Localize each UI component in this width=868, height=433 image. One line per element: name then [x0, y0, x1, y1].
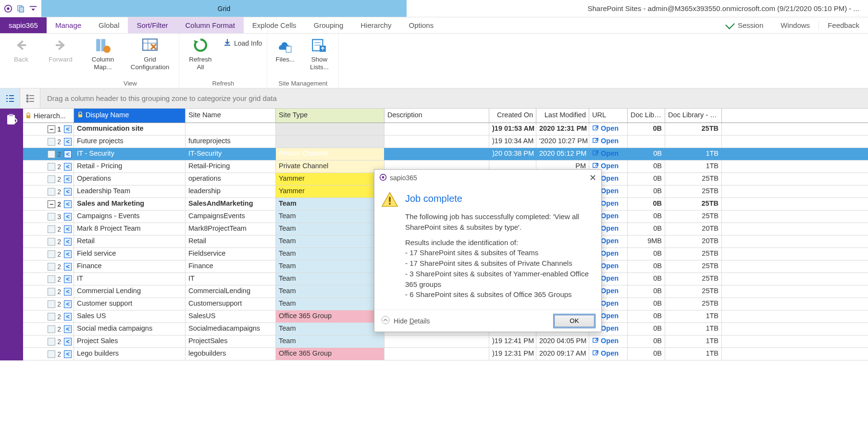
qat-copy-icon[interactable]	[16, 4, 25, 13]
dialog-heading: Job complete	[405, 192, 593, 206]
col-last-modified[interactable]: Last Modified	[536, 109, 589, 123]
cell-site-type: Team	[276, 260, 384, 272]
grouping-zone-hint[interactable]: Drag a column header to this grouping zo…	[40, 88, 868, 108]
refresh-all-button[interactable]: Refresh All	[184, 37, 217, 71]
cell-site-name: IT	[186, 273, 276, 285]
ribbon-group-view: Column Map... Grid Configuration View	[82, 34, 179, 88]
tab-session[interactable]: Session	[718, 17, 772, 33]
col-doc-library[interactable]: Doc Libr...	[628, 109, 665, 123]
open-link[interactable]: Open	[592, 149, 619, 157]
share-icon[interactable]: <	[64, 263, 72, 271]
forward-button[interactable]: Forward	[44, 37, 77, 63]
tree-cell: 2<	[23, 223, 74, 235]
col-url[interactable]: URL	[589, 109, 628, 123]
arrow-left-icon	[12, 37, 30, 54]
tree-cell: 2<	[23, 285, 74, 297]
col-created-on[interactable]: Created On	[489, 109, 536, 123]
share-icon[interactable]: <	[64, 225, 72, 233]
grouping-toggle-detailed[interactable]	[0, 88, 20, 108]
tab-hierarchy[interactable]: Hierarchy	[352, 17, 400, 33]
tab-options[interactable]: Options	[400, 17, 442, 33]
share-icon[interactable]: <	[64, 188, 72, 196]
share-icon[interactable]: <	[64, 200, 72, 208]
col-doc-library-st[interactable]: Doc Library - St...	[665, 109, 722, 123]
table-row[interactable]: 2<Project SalesProjectSalesTeam)19 12:41…	[23, 335, 868, 348]
grouping-toggle-simple[interactable]	[20, 88, 40, 108]
expand-toggle[interactable]: −	[48, 125, 55, 133]
ribbon: Back Forward Column Map... Grid Configur…	[0, 34, 868, 88]
hide-details-button[interactable]: Hide Details	[381, 316, 430, 326]
cell-site-name: IT-Security	[186, 148, 276, 160]
share-icon[interactable]: <	[64, 288, 72, 296]
cell-doc-library: 0B	[628, 335, 665, 347]
table-row[interactable]: 2<IT - SecurityIT-SecurityPrivate Channe…	[23, 148, 868, 161]
expand-toggle[interactable]: −	[48, 200, 55, 208]
cell-site-type: Office 365 Group	[276, 310, 384, 322]
svg-point-25	[26, 95, 28, 96]
open-link[interactable]: Open	[592, 162, 619, 170]
share-icon[interactable]: <	[64, 325, 72, 333]
table-row[interactable]: 2<Future projectsfutureprojects)19 10:34…	[23, 136, 868, 148]
tree-cell: 2<	[23, 273, 74, 285]
share-icon[interactable]: <	[64, 350, 72, 358]
cell-site-name: SalesUS	[186, 310, 276, 322]
level-number: 2	[57, 263, 61, 271]
open-link[interactable]: Open	[592, 137, 619, 145]
group-label-refresh: Refresh	[184, 79, 262, 87]
files-button[interactable]: Files...	[272, 37, 298, 63]
table-row[interactable]: 2<Lego builderslegobuildersOffice 365 Gr…	[23, 348, 868, 360]
cell-site-name: Customersupport	[186, 298, 276, 310]
dialog-bullet-3: - 3 SharePoint sites & subsites of Yamme…	[405, 269, 593, 290]
dialog-close-button[interactable]: ✕	[589, 173, 596, 183]
tab-sort-filter[interactable]: Sort/Filter	[128, 17, 176, 33]
show-lists-button[interactable]: Show Lists...	[305, 37, 334, 71]
grid-config-button[interactable]: Grid Configuration	[126, 37, 174, 71]
grid-config-icon	[141, 37, 159, 54]
download-icon	[223, 38, 231, 48]
cell-site-name: Mark8ProjectTeam	[186, 223, 276, 235]
column-map-button[interactable]: Column Map...	[87, 37, 119, 71]
share-icon[interactable]: <	[64, 238, 72, 246]
share-icon[interactable]: <	[64, 175, 72, 183]
share-icon[interactable]: <	[64, 150, 72, 158]
level-number: 2	[57, 200, 61, 208]
open-link[interactable]: Open	[592, 337, 619, 345]
tab-column-format[interactable]: Column Format	[176, 17, 243, 33]
share-icon[interactable]: <	[64, 250, 72, 258]
share-icon[interactable]: <	[64, 125, 72, 133]
share-icon[interactable]: <	[64, 313, 72, 321]
cell-created-on: )20 03:38 PM	[489, 148, 536, 160]
cell-url: Open	[589, 123, 628, 135]
col-display-name[interactable]: Display Name	[74, 109, 186, 123]
ribbon-group-refresh: Refresh All Load Info Refresh	[179, 34, 267, 88]
col-site-name[interactable]: Site Name	[186, 109, 276, 123]
cell-url: Open	[589, 335, 628, 347]
tab-grouping[interactable]: Grouping	[305, 17, 352, 33]
share-icon[interactable]: <	[64, 338, 72, 346]
cell-site-type: Team	[276, 198, 384, 210]
open-link[interactable]: Open	[592, 349, 619, 357]
share-icon[interactable]: <	[64, 213, 72, 221]
load-info-button[interactable]: Load Info	[223, 38, 262, 48]
share-icon[interactable]: <	[64, 163, 72, 171]
col-hierarchy[interactable]: Hierarch...	[23, 109, 74, 123]
qat-dropdown-icon[interactable]	[29, 4, 37, 13]
cell-site-type: Team	[276, 323, 384, 335]
tab-windows[interactable]: Windows	[772, 17, 818, 33]
back-button[interactable]: Back	[5, 37, 37, 63]
tab-manage[interactable]: Manage	[47, 17, 90, 33]
tab-explode-cells[interactable]: Explode Cells	[244, 17, 305, 33]
tab-app[interactable]: sapio365	[0, 17, 47, 33]
tree-cell: 2<	[23, 348, 74, 360]
ok-button[interactable]: OK	[554, 315, 595, 327]
sidebar-clipboard-icon[interactable]	[4, 112, 19, 127]
tab-global[interactable]: Global	[90, 17, 128, 33]
table-row[interactable]: −1<Communication site)19 01:53 AM2020 12…	[23, 123, 868, 136]
share-icon[interactable]: <	[64, 275, 72, 283]
share-icon[interactable]: <	[64, 138, 72, 146]
tab-feedback[interactable]: Feedback	[819, 17, 868, 33]
open-link[interactable]: Open	[592, 124, 619, 132]
col-description[interactable]: Description	[384, 109, 489, 123]
share-icon[interactable]: <	[64, 300, 72, 308]
col-site-type[interactable]: Site Type	[276, 109, 384, 123]
